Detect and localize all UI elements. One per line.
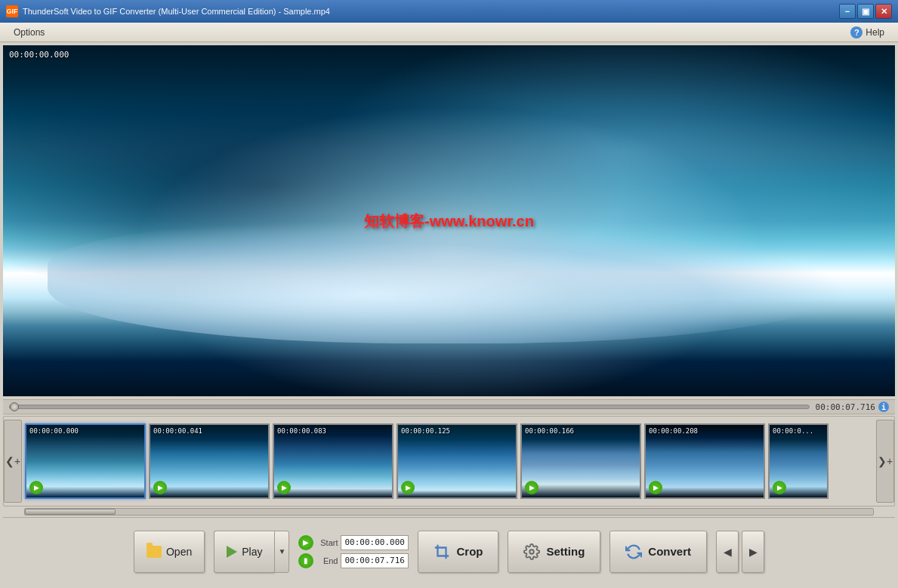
thumb-timestamp-0: 00:00:00.000 <box>29 427 79 435</box>
convert-button[interactable]: Convert <box>609 531 707 573</box>
thumb-play-icon-6: ▶ <box>773 481 786 494</box>
thumb-next-button[interactable]: ❯+ <box>876 420 894 503</box>
watermark: 知软博客-www.knowr.cn <box>364 211 534 231</box>
open-button[interactable]: Open <box>134 531 205 573</box>
folder-icon <box>147 546 162 558</box>
thumb-timestamp-6: 00:00:0... <box>773 427 813 435</box>
end-icon: ▮ <box>298 553 313 568</box>
setting-button[interactable]: Setting <box>508 531 600 573</box>
video-area: 00:00:00.000 知软博客-www.knowr.cn <box>3 45 895 396</box>
thumbnails-container: 00:00:00.000 ▶ 00:00:00.041 ▶ 00:00:00.0… <box>22 420 876 503</box>
start-label: Start <box>316 538 338 547</box>
thumb-play-icon-0: ▶ <box>29 481 43 494</box>
time-group: ▶ Start ▮ End <box>298 531 409 573</box>
thumbnail-0[interactable]: 00:00:00.000 ▶ <box>25 423 146 499</box>
thumb-scrollbar[interactable] <box>24 508 874 516</box>
thumbnail-5[interactable]: 00:00:00.208 ▶ <box>644 423 765 499</box>
crop-button[interactable]: Crop <box>418 531 498 573</box>
seek-thumb[interactable] <box>10 402 19 411</box>
end-label: End <box>316 556 338 565</box>
options-menu[interactable]: Options <box>6 25 52 40</box>
start-time-row: ▶ Start <box>298 535 409 550</box>
thumbnail-6[interactable]: 00:00:0... ▶ <box>768 423 829 499</box>
restore-button[interactable]: ▣ <box>857 4 874 19</box>
svg-point-0 <box>530 550 535 554</box>
seek-bar[interactable]: 00:00:07.716 i <box>3 399 895 414</box>
thumb-play-icon-1: ▶ <box>153 481 167 494</box>
help-menu[interactable]: ? Help <box>843 24 892 41</box>
thumb-prev-button[interactable]: ❮+ <box>4 420 22 503</box>
window-controls: − ▣ ✕ <box>839 4 892 19</box>
help-icon: ? <box>850 26 863 38</box>
thumb-timestamp-3: 00:00:00.125 <box>401 427 450 435</box>
app-icon: GIF <box>6 5 18 17</box>
thumb-timestamp-2: 00:00:00.083 <box>277 427 326 435</box>
crop-icon <box>434 543 450 560</box>
prev-arrow-button[interactable]: ◀ <box>716 531 739 573</box>
play-button[interactable]: Play <box>214 531 274 573</box>
minimize-button[interactable]: − <box>839 4 856 19</box>
thumbnails-section: ❮+ 00:00:00.000 ▶ 00:00:00.041 ▶ 00:00:0… <box>3 416 895 506</box>
start-icon: ▶ <box>298 535 313 550</box>
gear-icon <box>523 543 540 560</box>
thumb-timestamp-1: 00:00:00.041 <box>153 427 202 435</box>
window-title: ThunderSoft Video to GIF Converter (Mult… <box>23 7 839 16</box>
thumb-timestamp-4: 00:00:00.166 <box>525 427 574 435</box>
seek-track[interactable] <box>9 405 810 409</box>
thumbnail-4[interactable]: 00:00:00.166 ▶ <box>520 423 641 499</box>
video-timestamp: 00:00:00.000 <box>9 50 69 60</box>
menu-bar: Options ? Help <box>0 23 898 42</box>
next-arrow-button[interactable]: ▶ <box>742 531 764 573</box>
start-time-input[interactable] <box>341 535 409 550</box>
title-bar: GIF ThunderSoft Video to GIF Converter (… <box>0 0 898 23</box>
convert-icon <box>625 543 642 560</box>
thumb-play-icon-2: ▶ <box>277 481 291 494</box>
play-dropdown-button[interactable]: ▼ <box>274 531 289 573</box>
play-icon <box>227 546 237 558</box>
main-content: 00:00:00.000 知软博客-www.knowr.cn 00:00:07.… <box>0 42 898 588</box>
thumb-play-icon-4: ▶ <box>525 481 538 494</box>
thumbnail-1[interactable]: 00:00:00.041 ▶ <box>149 423 270 499</box>
thumb-play-icon-5: ▶ <box>649 481 662 494</box>
bottom-toolbar: Open Play ▼ ▶ Start ▮ End <box>3 517 895 585</box>
info-icon[interactable]: i <box>878 402 889 412</box>
thumb-play-icon-3: ▶ <box>401 481 415 494</box>
video-display: 00:00:00.000 知软博客-www.knowr.cn <box>3 45 895 396</box>
thumbnail-3[interactable]: 00:00:00.125 ▶ <box>397 423 517 499</box>
thumb-timestamp-5: 00:00:00.208 <box>649 427 698 435</box>
thumbnail-2[interactable]: 00:00:00.083 ▶ <box>273 423 393 499</box>
play-group: Play ▼ <box>214 531 289 573</box>
end-time-input[interactable] <box>341 553 409 568</box>
end-time-row: ▮ End <box>298 553 409 568</box>
close-button[interactable]: ✕ <box>875 4 892 19</box>
time-display-right: 00:00:07.716 i <box>816 402 889 412</box>
nav-arrows: ◀ ▶ <box>716 531 764 573</box>
thumb-scroll-handle[interactable] <box>25 509 116 515</box>
